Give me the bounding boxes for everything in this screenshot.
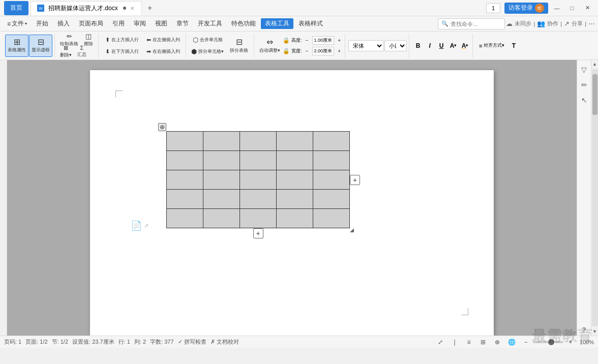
zoom-slider[interactable] [533, 341, 563, 343]
font-color-btn[interactable]: A ▾ [447, 40, 459, 51]
table-cell[interactable] [313, 190, 350, 209]
search-commands-input[interactable] [451, 21, 501, 27]
insert-row-below-btn[interactable]: ⬇ 在下方插入行 [102, 46, 142, 57]
italic-btn[interactable]: I [424, 40, 435, 51]
table-properties-btn[interactable]: ⊞ 表格属性 [5, 35, 28, 57]
scroll-up-btn[interactable]: ▲ [591, 60, 599, 68]
table-cell[interactable] [240, 132, 277, 151]
menu-table-style[interactable]: 表格样式 [294, 18, 327, 29]
menu-file[interactable]: ≡ 文件 ▾ [3, 18, 31, 29]
add-row-btn[interactable]: + [253, 228, 263, 238]
table-cell[interactable] [167, 209, 203, 228]
table-cell[interactable] [313, 132, 350, 151]
add-tab-btn[interactable]: + [144, 2, 156, 14]
table-cell[interactable] [203, 151, 240, 170]
draw-table-btn[interactable]: ✏ 绘制表格 [58, 34, 80, 45]
status-pageof: 页面: 1/2 [25, 338, 47, 346]
table-cell[interactable] [277, 190, 313, 209]
table-cell[interactable] [313, 209, 350, 228]
table-cell[interactable] [167, 170, 203, 190]
scrollbar-thumb[interactable] [592, 74, 597, 115]
doc-table[interactable] [166, 131, 350, 228]
highlight-btn[interactable]: A ▾ [459, 40, 470, 51]
view-mode-1-btn[interactable]: | [450, 338, 460, 347]
zoom-plus-btn[interactable]: + [565, 338, 576, 347]
table-cell[interactable] [203, 132, 240, 151]
table-cell[interactable] [313, 170, 350, 190]
insert-col-right-btn[interactable]: ➡ 在右侧插入列 [143, 46, 184, 57]
delete-btn[interactable]: ⊠ 删除▾ [58, 46, 74, 57]
font-size-select[interactable]: 小四 [384, 40, 407, 51]
scrollbar-track[interactable] [592, 69, 598, 326]
web-view-btn[interactable]: 🌐 [506, 338, 517, 347]
view-mode-4-btn[interactable]: ⊕ [492, 338, 502, 347]
table-cell[interactable] [313, 151, 350, 170]
table-move-handle[interactable]: ⊕ [158, 123, 166, 131]
table-cell[interactable] [203, 209, 240, 228]
auto-adjust-btn[interactable]: ⇔ 自动调整▾ [257, 35, 282, 57]
underline-btn[interactable]: U [436, 40, 447, 51]
table-cell[interactable] [240, 190, 277, 209]
table-cell[interactable] [167, 151, 203, 170]
search-commands-box[interactable]: 🔍 [438, 18, 505, 29]
help-icon-btn[interactable]: ? [579, 324, 590, 336]
fit-page-btn[interactable]: ⤢ [435, 338, 445, 347]
menu-chapter[interactable]: 章节 [172, 18, 193, 29]
width-decrease-btn[interactable]: − [304, 47, 311, 54]
bold-btn[interactable]: B [412, 40, 424, 51]
menu-view[interactable]: 视图 [151, 18, 171, 29]
filter-icon-btn[interactable]: ▽ [579, 64, 590, 75]
add-column-btn[interactable]: + [350, 175, 360, 185]
insert-row-above-btn[interactable]: ⬆ 在上方插入行 [102, 34, 142, 45]
zoom-minus-btn[interactable]: − [521, 338, 531, 347]
table-cell[interactable] [277, 132, 313, 151]
menu-page-layout[interactable]: 页面布局 [75, 18, 107, 29]
menu-dev-tools[interactable]: 开发工具 [194, 18, 226, 29]
menu-special[interactable]: 特色功能 [227, 18, 260, 29]
menu-review[interactable]: 审阅 [130, 18, 150, 29]
status-proofread[interactable]: ✗ 文档校对 [211, 338, 239, 346]
visit-login-btn[interactable]: 访客登录 tE [504, 3, 548, 14]
tab-doc[interactable]: W 招聘新媒体运营人才.docx ✕ [31, 1, 142, 15]
view-mode-2-btn[interactable]: ≡ [464, 338, 474, 347]
scroll-down-btn[interactable]: ▼ [591, 327, 599, 336]
insert-col-left-btn[interactable]: ⬅ 在左侧插入列 [143, 34, 184, 45]
menu-reference[interactable]: 引用 [108, 18, 129, 29]
split-table-btn[interactable]: ⊟ 拆分表格 [226, 35, 252, 57]
table-cell[interactable] [240, 151, 277, 170]
table-cell[interactable] [240, 209, 277, 228]
table-cell[interactable] [167, 132, 203, 151]
table-cell[interactable] [240, 170, 277, 190]
table-cell[interactable] [203, 170, 240, 190]
font-family-select[interactable]: 宋体 [348, 40, 384, 51]
menu-insert[interactable]: 插入 [53, 18, 74, 29]
zoom-slider-thumb[interactable] [548, 339, 554, 345]
show-empty-btn[interactable]: ⊟ 显示虚框 [29, 35, 52, 57]
table-cell[interactable] [277, 170, 313, 190]
height-increase-btn[interactable]: + [336, 37, 343, 44]
table-cell[interactable] [277, 151, 313, 170]
win-minimize-btn[interactable]: — [550, 3, 563, 13]
merge-cells-btn[interactable]: ⬡ 合并单元格 [189, 34, 226, 45]
pencil-icon-btn[interactable]: ✏ [579, 79, 590, 90]
table-cell[interactable] [203, 190, 240, 209]
win-restore-btn[interactable]: □ [565, 3, 579, 13]
erase-btn[interactable]: ◫ 擦除 [81, 34, 96, 45]
height-decrease-btn[interactable]: − [304, 37, 311, 44]
menu-table-tools[interactable]: 表格工具 [261, 18, 293, 29]
split-cell-btn[interactable]: ⬢ 拆分单元格▾ [189, 46, 226, 57]
table-cell[interactable] [277, 209, 313, 228]
summary-btn[interactable]: Σ 汇总 [74, 46, 89, 57]
status-spell[interactable]: ✓ 拼写检查 [178, 338, 206, 346]
tab-close-btn[interactable]: ✕ [129, 5, 135, 11]
cursor-icon-btn[interactable]: ↖ [579, 95, 590, 106]
menu-start[interactable]: 开始 [32, 18, 52, 29]
table-resize-handle[interactable] [348, 226, 355, 233]
alignment-btn[interactable]: ≡ 对齐方式▾ [476, 41, 507, 50]
width-increase-btn[interactable]: + [336, 47, 343, 54]
more-format-btn[interactable]: T [508, 40, 519, 51]
view-mode-3-btn[interactable]: ⊞ [478, 338, 488, 347]
table-cell[interactable] [167, 190, 203, 209]
tab-home[interactable]: 首页 [4, 1, 28, 15]
win-close-btn[interactable]: ✕ [581, 3, 594, 13]
